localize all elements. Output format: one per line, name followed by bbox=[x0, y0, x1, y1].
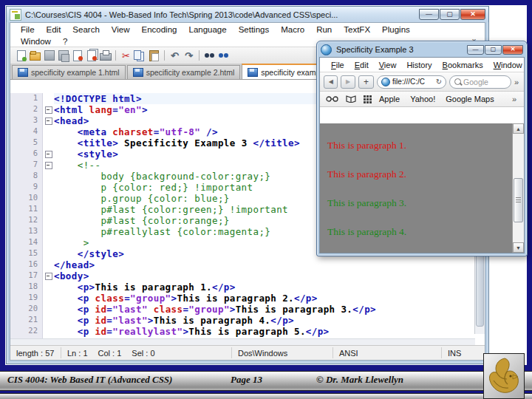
browser-menu-edit[interactable]: Edit bbox=[349, 61, 374, 69]
fold-marker[interactable] bbox=[43, 160, 54, 171]
saveall-icon[interactable] bbox=[57, 50, 69, 61]
line-number: 5 bbox=[10, 137, 43, 149]
bookmark-google-maps[interactable]: Google Maps bbox=[446, 95, 494, 103]
browser-titlebar[interactable]: Specificity Example 3 — ▢ ✕ bbox=[317, 41, 527, 57]
scroll-down-arrow[interactable]: ▼ bbox=[513, 242, 524, 253]
code-line-17: 17<body> bbox=[10, 270, 485, 282]
slide-footer: CIS 4004: Web Based IT (Advanced CSS) Pa… bbox=[0, 365, 532, 399]
line-number: 2 bbox=[10, 104, 43, 115]
closeall-icon[interactable] bbox=[85, 50, 98, 61]
notepad-menubar-row1: FileEditSearchViewEncodingLanguageSettin… bbox=[10, 23, 485, 35]
code-text: <p id="reallylast">This is paragraph 5.<… bbox=[54, 326, 485, 337]
forward-button[interactable]: ▶ bbox=[341, 75, 355, 89]
replace-icon[interactable] bbox=[217, 50, 230, 61]
new-tab-button[interactable]: + bbox=[358, 75, 374, 89]
line-number: 3 bbox=[10, 115, 43, 126]
editor-horizontal-scrollbar[interactable] bbox=[10, 338, 475, 345]
close-button[interactable]: ✕ bbox=[460, 9, 485, 20]
scroll-up-arrow[interactable]: ▲ bbox=[513, 123, 524, 134]
open-icon[interactable] bbox=[29, 50, 41, 61]
status-line: Ln : 1 bbox=[67, 349, 88, 358]
fold-margin bbox=[43, 215, 54, 226]
code-text: <p id="last" class="group">This is parag… bbox=[54, 304, 485, 315]
browser-menu-bookmarks[interactable]: Bookmarks bbox=[437, 61, 488, 69]
undo-icon[interactable]: ↶ bbox=[168, 50, 181, 61]
reload-icon[interactable]: ↻ bbox=[436, 78, 442, 86]
line-number: 18 bbox=[10, 282, 43, 293]
browser-chrome: FileEditViewHistoryBookmarksWindowHelp ◀… bbox=[319, 57, 525, 253]
bookmarks-book-icon[interactable] bbox=[346, 95, 356, 103]
print-icon[interactable] bbox=[99, 50, 112, 61]
footer-page-number: Page 13 bbox=[231, 374, 262, 386]
line-number: 14 bbox=[10, 237, 43, 248]
browser-menu-window[interactable]: Window bbox=[488, 61, 524, 69]
save-disk-icon bbox=[133, 68, 143, 77]
browser-menu-file[interactable]: File bbox=[326, 61, 349, 69]
cut-icon[interactable]: ✂ bbox=[120, 50, 132, 61]
browser-menu-history[interactable]: History bbox=[401, 61, 437, 69]
browser-maximize-button[interactable]: ▢ bbox=[485, 45, 502, 55]
save-icon[interactable] bbox=[43, 50, 55, 61]
tab-2[interactable]: specificity example 2.html bbox=[127, 65, 241, 79]
menu-file[interactable]: File bbox=[15, 25, 41, 34]
line-number: 1 bbox=[10, 93, 43, 104]
browser-menu-view[interactable]: View bbox=[374, 61, 402, 69]
maximize-button[interactable]: ▢ bbox=[440, 9, 460, 20]
address-bar[interactable]: file:///C:/C ↻ bbox=[377, 75, 446, 89]
menu-textfx[interactable]: TextFX bbox=[338, 25, 376, 34]
fold-marker[interactable] bbox=[43, 270, 54, 282]
bookmark-apple[interactable]: Apple bbox=[379, 95, 400, 103]
bookmarks-bar: AppleYahoo!Google Maps » bbox=[320, 92, 524, 107]
line-number: 11 bbox=[10, 204, 43, 215]
toolbar-separator bbox=[199, 50, 200, 61]
tab-1[interactable]: specificity example 1.html bbox=[12, 65, 126, 79]
fold-margin bbox=[43, 126, 54, 137]
fold-marker[interactable] bbox=[43, 149, 54, 160]
browser-vertical-scrollbar[interactable]: ▲ ▼ bbox=[512, 123, 524, 253]
code-text: <body> bbox=[54, 270, 485, 282]
fold-margin bbox=[43, 137, 54, 149]
menu-help[interactable]: ? bbox=[57, 37, 73, 46]
footer-course: CIS 4004: Web Based IT (Advanced CSS) bbox=[7, 374, 172, 386]
menu-run[interactable]: Run bbox=[310, 25, 338, 34]
menu-settings[interactable]: Settings bbox=[233, 25, 276, 34]
fold-marker[interactable] bbox=[43, 104, 54, 115]
paste-icon[interactable] bbox=[148, 50, 160, 61]
browser-minimize-button[interactable]: — bbox=[467, 45, 484, 55]
menu-plugins[interactable]: Plugins bbox=[376, 25, 416, 34]
fold-margin bbox=[43, 226, 54, 237]
bookmark-yahoo-[interactable]: Yahoo! bbox=[410, 95, 435, 103]
tab-label: specificity example 1.html bbox=[31, 68, 120, 77]
menu-edit[interactable]: Edit bbox=[41, 25, 67, 34]
browser-menubar: FileEditViewHistoryBookmarksWindowHelp bbox=[320, 58, 524, 72]
find-icon[interactable] bbox=[203, 50, 216, 61]
minimize-button[interactable]: — bbox=[419, 9, 439, 20]
fold-marker[interactable] bbox=[43, 115, 54, 126]
menu-encoding[interactable]: Encoding bbox=[136, 25, 183, 34]
back-button[interactable]: ◀ bbox=[324, 75, 338, 89]
new-icon[interactable] bbox=[15, 50, 27, 61]
reading-glasses-icon[interactable] bbox=[326, 95, 338, 103]
tab-label: specificity example 2.html bbox=[146, 68, 235, 77]
status-length: length : 57 bbox=[10, 347, 61, 358]
code-line-21: 21 <p id="last">This is paragraph 4.</p> bbox=[10, 315, 485, 326]
menu-language[interactable]: Language bbox=[183, 25, 232, 34]
top-sites-grid-icon[interactable] bbox=[364, 95, 372, 103]
site-globe-icon bbox=[381, 78, 390, 86]
menu-macro[interactable]: Macro bbox=[275, 25, 310, 34]
toolbar-separator bbox=[164, 50, 165, 61]
search-field[interactable]: Google bbox=[449, 75, 511, 89]
code-line-22: 22 <p id="reallylast">This is paragraph … bbox=[10, 326, 485, 337]
toolbar-overflow-chevron[interactable]: » bbox=[514, 78, 520, 86]
menu-window[interactable]: Window bbox=[15, 37, 57, 46]
close-icon[interactable] bbox=[71, 50, 83, 61]
bookmarks-overflow-chevron[interactable]: » bbox=[512, 95, 518, 103]
notepad-titlebar[interactable]: C:\Courses\CIS 4004 - Web-Based Info Tec… bbox=[7, 7, 488, 22]
browser-close-button[interactable]: ✕ bbox=[502, 45, 523, 55]
browser-scrollbar-thumb[interactable] bbox=[514, 178, 523, 222]
redo-icon[interactable]: ↷ bbox=[183, 50, 195, 61]
menu-search[interactable]: Search bbox=[66, 25, 105, 34]
menu-view[interactable]: View bbox=[106, 25, 136, 34]
fold-margin bbox=[43, 193, 54, 204]
copy-icon[interactable] bbox=[134, 50, 146, 61]
